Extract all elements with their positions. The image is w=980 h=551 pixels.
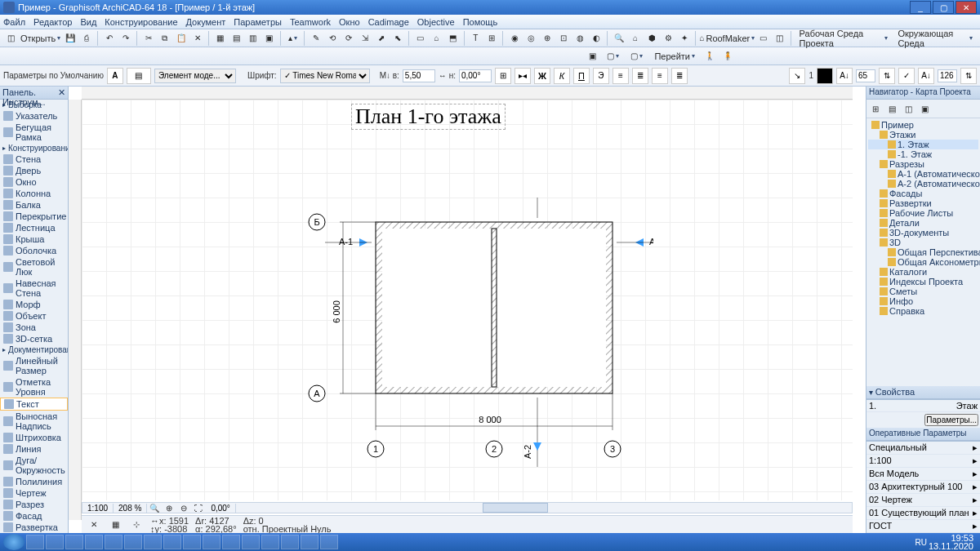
tool-icon[interactable]: ✦ xyxy=(677,31,692,46)
swap-icon[interactable]: ⇅ xyxy=(879,68,895,84)
tool-зона[interactable]: Зона xyxy=(0,322,68,333)
tool-полилиния[interactable]: Полилиния xyxy=(0,476,68,487)
person-icon[interactable]: 🧍 xyxy=(720,49,735,64)
system-tray[interactable]: 19:5313.11.2020 xyxy=(929,534,977,550)
lock-icon[interactable]: ▸◂ xyxy=(514,68,531,84)
nav-node[interactable]: А-1 (Автоматическое обно xyxy=(868,169,978,179)
nav-node[interactable]: Этажи xyxy=(868,130,978,140)
taskbar-item[interactable] xyxy=(281,535,299,549)
tool-icon[interactable]: ▭ xyxy=(756,31,771,46)
menu-помощь[interactable]: Помощь xyxy=(463,17,498,27)
minimize-button[interactable]: _ xyxy=(910,1,931,14)
tool-icon[interactable]: ⟳ xyxy=(341,31,356,46)
copy-icon[interactable]: ⧉ xyxy=(158,31,172,46)
tool-колонна[interactable]: Колонна xyxy=(0,188,68,199)
size-w-input[interactable] xyxy=(403,69,435,82)
nav-tab-icon[interactable]: ▣ xyxy=(917,101,932,116)
zoom-icon[interactable]: ⊖ xyxy=(176,500,191,515)
tool-icon[interactable]: ⊞ xyxy=(484,31,499,46)
tool-icon[interactable]: ⬒ xyxy=(446,31,461,46)
tool-линия[interactable]: Линия xyxy=(0,443,68,455)
tool-развертка[interactable]: Развертка xyxy=(0,522,68,533)
delete-icon[interactable]: ✕ xyxy=(190,31,205,46)
align-right-icon[interactable]: ≡ xyxy=(652,68,668,84)
tool-icon[interactable]: ⟲ xyxy=(325,31,340,46)
zoom-icon[interactable]: 🔍 xyxy=(147,500,162,515)
params-button[interactable]: Параметры... xyxy=(924,414,978,426)
taskbar-item[interactable] xyxy=(242,535,260,549)
tool-линейный-размер[interactable]: Линейный Размер xyxy=(0,355,68,376)
navigator-tree[interactable]: ПримерЭтажи1. Этаж-1. ЭтажРазрезыА-1 (Ав… xyxy=(866,118,980,386)
tool-icon[interactable]: ◎ xyxy=(523,31,538,46)
taskbar-item[interactable] xyxy=(144,535,162,549)
tool-icon[interactable]: ⌂ xyxy=(430,31,444,46)
layer-icon[interactable]: ▤ xyxy=(127,68,151,84)
zoom-display[interactable]: 208 % xyxy=(114,504,147,513)
menu-параметры[interactable]: Параметры xyxy=(234,17,282,27)
style-icon[interactable]: Э xyxy=(593,68,609,84)
tool-icon[interactable]: ⌂ xyxy=(628,31,643,46)
quick-option[interactable]: ГОСТ▸ xyxy=(866,520,980,533)
save-icon[interactable]: 💾 xyxy=(63,31,78,46)
tool-текст[interactable]: Текст xyxy=(0,398,68,411)
taskbar-item[interactable] xyxy=(124,535,142,549)
print-icon[interactable]: ⎙ xyxy=(79,31,94,46)
nav-node[interactable]: Общая Перспектива xyxy=(868,247,978,257)
tool-icon[interactable]: ▭ xyxy=(413,31,428,46)
tool-оболочка[interactable]: Оболочка xyxy=(0,245,68,256)
redo-icon[interactable]: ↷ xyxy=(118,31,133,46)
tool-icon[interactable]: ⬉ xyxy=(390,31,405,46)
nav-icon[interactable]: ▢ xyxy=(603,49,623,64)
quick-option[interactable]: 1:100▸ xyxy=(866,455,980,468)
nav-tab-icon[interactable]: ⊞ xyxy=(868,101,883,116)
taskbar-item[interactable] xyxy=(105,535,122,549)
menu-редактор[interactable]: Редактор xyxy=(33,17,72,27)
tool-icon[interactable]: ◍ xyxy=(572,31,587,46)
taskbar-item[interactable] xyxy=(85,535,103,549)
tool-бегущая-рамка[interactable]: Бегущая Рамка xyxy=(0,122,68,143)
nav-node[interactable]: А-2 (Автоматическое обно xyxy=(868,179,978,189)
tool-icon[interactable]: ⊡ xyxy=(556,31,571,46)
tool-дуга-окружность[interactable]: Дуга/Окружность xyxy=(0,455,68,476)
taskbar-item[interactable] xyxy=(261,535,279,549)
nav-node[interactable]: Рабочие Листы xyxy=(868,208,978,218)
tool-перекрытие[interactable]: Перекрытие xyxy=(0,211,68,222)
nav-node[interactable]: Общая Аксонометрия xyxy=(868,257,978,267)
pen1-input[interactable] xyxy=(856,69,875,82)
nav-tab-icon[interactable]: ▤ xyxy=(884,101,899,116)
align-center-icon[interactable]: ≣ xyxy=(632,68,648,84)
tool-3d-сетка[interactable]: 3D-сетка xyxy=(0,333,68,344)
underline-icon[interactable]: П xyxy=(573,68,590,84)
swap-icon[interactable]: ⇅ xyxy=(960,68,977,84)
taskbar-item[interactable] xyxy=(163,535,181,549)
cut-icon[interactable]: ✂ xyxy=(141,31,156,46)
tool-дверь[interactable]: Дверь xyxy=(0,165,68,176)
person-icon[interactable]: 🚶 xyxy=(702,49,717,64)
tool-крыша[interactable]: Крыша xyxy=(0,233,68,245)
close-button[interactable]: ✕ xyxy=(956,1,977,14)
nav-node[interactable]: Справка xyxy=(868,306,978,316)
open-button[interactable]: Открыть xyxy=(20,31,61,46)
font-select[interactable]: ✓ Times New Roman xyxy=(280,69,370,83)
align-just-icon[interactable]: ≣ xyxy=(671,68,688,84)
toolbox-section[interactable]: Конструирование xyxy=(0,143,68,153)
tool-icon[interactable]: ⬈ xyxy=(374,31,389,46)
taskbar-item[interactable] xyxy=(222,535,240,549)
tool-icon[interactable]: ▥ xyxy=(246,31,261,46)
tool-чертеж[interactable]: Чертеж xyxy=(0,487,68,499)
anchor-icon[interactable]: ⊞ xyxy=(495,68,511,84)
quick-option[interactable]: Специальный▸ xyxy=(866,442,980,455)
zoom-icon[interactable]: ⊕ xyxy=(162,500,176,515)
tool-указатель[interactable]: Указатель xyxy=(0,110,68,122)
tool-стена[interactable]: Стена xyxy=(0,153,68,165)
tool-icon[interactable]: ✎ xyxy=(309,31,323,46)
nav-node[interactable]: Пример xyxy=(868,120,978,130)
pen2-input[interactable] xyxy=(938,69,957,82)
quick-option[interactable]: 02 Чертеж▸ xyxy=(866,494,980,507)
quick-option[interactable]: 01 Существующий план▸ xyxy=(866,507,980,520)
tool-фасад[interactable]: Фасад xyxy=(0,510,68,522)
size-h-input[interactable] xyxy=(459,69,492,82)
menu-cadimage[interactable]: Cadimage xyxy=(368,17,409,27)
pen-icon[interactable]: A↓ xyxy=(836,68,853,84)
origin-icon[interactable]: ✕ xyxy=(87,518,101,532)
